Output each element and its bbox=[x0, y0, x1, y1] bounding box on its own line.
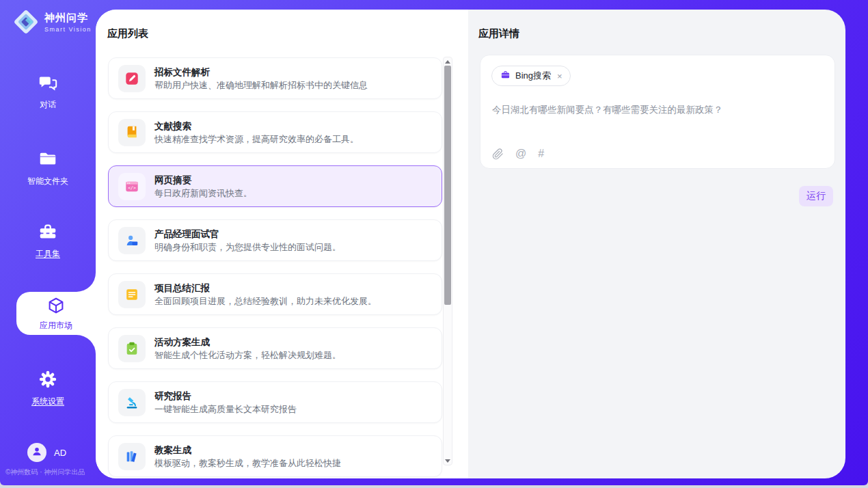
scroll-down-arrow-icon[interactable] bbox=[444, 457, 452, 465]
user-name: AD bbox=[54, 448, 66, 458]
tool-chip[interactable]: Bing搜索 × bbox=[491, 66, 571, 86]
app-card-list: 招标文件解析帮助用户快速、准确地理解和解析招标书中的关键信息文献搜索快速精准查找… bbox=[108, 57, 442, 477]
at-icon[interactable]: @ bbox=[515, 148, 526, 160]
bubble-curve-top bbox=[77, 273, 96, 292]
app-card-desc: 模板驱动，教案秒生成，教学准备从此轻松快捷 bbox=[154, 457, 341, 469]
composer-toolbar: @# bbox=[492, 148, 544, 160]
books-icon bbox=[118, 443, 146, 470]
app-card[interactable]: 文献搜索快速精准查找学术资源，提高研究效率的必备工具。 bbox=[108, 111, 442, 153]
pen-square-icon bbox=[118, 65, 146, 92]
cube-icon bbox=[46, 296, 66, 316]
query-input[interactable]: 今日湖北有哪些新闻要点？有哪些需要关注的最新政策？ bbox=[492, 103, 824, 117]
sidebar-item-folder[interactable]: 智能文件夹 bbox=[0, 149, 96, 187]
app-detail-card: Bing搜索 × 今日湖北有哪些新闻要点？有哪些需要关注的最新政策？ @# bbox=[480, 55, 835, 169]
avatar bbox=[27, 443, 46, 462]
app-card[interactable]: 教案生成模板驱动，教案秒生成，教学准备从此轻松快捷 bbox=[108, 435, 442, 477]
scrollbar[interactable] bbox=[443, 57, 452, 465]
app-card[interactable]: </>网页摘要每日政府新闻资讯快查。 bbox=[108, 165, 442, 207]
app-card-title: 文献搜索 bbox=[154, 120, 359, 132]
folder-icon bbox=[38, 149, 58, 170]
chat-icon bbox=[38, 72, 58, 93]
sidebar-item-label: 智能文件夹 bbox=[0, 176, 96, 187]
app-card-desc: 一键智能生成高质量长文本研究报告 bbox=[154, 403, 297, 415]
app-detail-title: 应用详情 bbox=[478, 27, 519, 40]
sidebar-item-label: 应用市场 bbox=[16, 320, 96, 331]
brand-diamond-icon bbox=[12, 8, 40, 36]
app-frame: 神州问学 Smart Vision 对话智能文件夹工具集应用市场系统设置 AD … bbox=[0, 0, 868, 485]
app-card-title: 网页摘要 bbox=[154, 174, 252, 186]
sidebar-item-label: 对话 bbox=[0, 99, 96, 111]
app-card[interactable]: 产品经理面试官明确身份和职责，为您提供专业性的面试问题。 bbox=[108, 219, 442, 261]
chip-close-icon[interactable]: × bbox=[557, 71, 562, 81]
app-card-title: 招标文件解析 bbox=[154, 66, 368, 78]
app-card-desc: 每日政府新闻资讯快查。 bbox=[154, 187, 252, 199]
gear-icon bbox=[38, 369, 58, 390]
content-panel: 应用列表 招标文件解析帮助用户快速、准确地理解和解析招标书中的关键信息文献搜索快… bbox=[96, 10, 845, 478]
brand-name: 神州问学 bbox=[44, 12, 92, 25]
app-list-pane: 应用列表 招标文件解析帮助用户快速、准确地理解和解析招标书中的关键信息文献搜索快… bbox=[96, 10, 468, 478]
browser-code-icon: </> bbox=[118, 173, 146, 200]
brand-subtitle: Smart Vision bbox=[44, 26, 92, 33]
app-card-title: 教案生成 bbox=[154, 444, 341, 456]
briefcase-icon bbox=[500, 70, 511, 83]
microscope-icon bbox=[118, 389, 146, 416]
app-card[interactable]: 研究报告一键智能生成高质量长文本研究报告 bbox=[108, 381, 442, 423]
app-card-title: 活动方案生成 bbox=[154, 336, 341, 348]
sidebar-item-label: 系统设置 bbox=[0, 396, 96, 407]
app-card-desc: 明确身份和职责，为您提供专业性的面试问题。 bbox=[154, 241, 341, 253]
app-detail-pane: 应用详情 Bing搜索 × 今日湖北有哪些新闻要点？有哪些需要关注的最新政策？ … bbox=[468, 10, 845, 478]
app-card-desc: 帮助用户快速、准确地理解和解析招标书中的关键信息 bbox=[154, 79, 368, 91]
app-card-title: 研究报告 bbox=[154, 390, 297, 402]
paperclip-icon[interactable] bbox=[492, 148, 504, 160]
sidebar-item-label: 工具集 bbox=[0, 248, 96, 260]
app-list-title: 应用列表 bbox=[107, 27, 148, 40]
app-card-desc: 快速精准查找学术资源，提高研究效率的必备工具。 bbox=[154, 133, 359, 145]
app-card-title: 产品经理面试官 bbox=[154, 228, 341, 240]
interviewer-icon bbox=[118, 227, 146, 254]
svg-text:</>: </> bbox=[128, 185, 136, 191]
sidebar-item-chat[interactable]: 对话 bbox=[0, 72, 96, 111]
tool-chip-label: Bing搜索 bbox=[515, 70, 551, 82]
toolbox-icon bbox=[38, 221, 58, 242]
app-card-desc: 智能生成个性化活动方案，轻松解决规划难题。 bbox=[154, 349, 341, 361]
app-card[interactable]: 项目总结汇报全面回顾项目进展，总结经验教训，助力未来优化发展。 bbox=[108, 273, 442, 315]
brand-logo: 神州问学 Smart Vision bbox=[12, 8, 92, 36]
sidebar-item-toolbox[interactable]: 工具集 bbox=[0, 221, 96, 260]
bubble-curve-bottom bbox=[77, 335, 96, 354]
scroll-up-arrow-icon[interactable] bbox=[444, 57, 452, 66]
app-card-desc: 全面回顾项目进展，总结经验教训，助力未来优化发展。 bbox=[154, 295, 377, 307]
copyright-text: ©神州数码 · 神州问学出品 bbox=[5, 467, 97, 477]
app-card[interactable]: 活动方案生成智能生成个性化活动方案，轻松解决规划难题。 bbox=[108, 327, 442, 369]
sidebar: 神州问学 Smart Vision 对话智能文件夹工具集应用市场系统设置 AD … bbox=[0, 0, 96, 485]
sidebar-item-cube[interactable]: 应用市场 bbox=[16, 292, 96, 335]
run-button[interactable]: 运行 bbox=[799, 186, 833, 206]
clipboard-check-icon bbox=[118, 335, 146, 362]
app-card-title: 项目总结汇报 bbox=[154, 282, 377, 294]
note-icon bbox=[118, 281, 146, 308]
scrollbar-thumb[interactable] bbox=[444, 66, 451, 305]
user-account[interactable]: AD bbox=[27, 443, 66, 462]
book-icon bbox=[118, 119, 146, 146]
sidebar-item-gear[interactable]: 系统设置 bbox=[0, 369, 96, 407]
hash-icon[interactable]: # bbox=[538, 148, 544, 160]
app-card[interactable]: 招标文件解析帮助用户快速、准确地理解和解析招标书中的关键信息 bbox=[108, 57, 442, 99]
